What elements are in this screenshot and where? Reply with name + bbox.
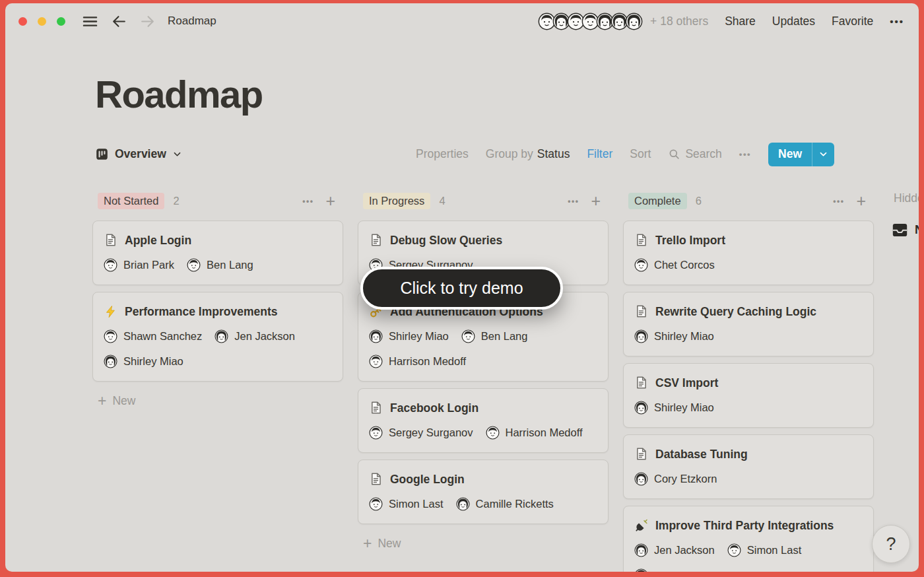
assignee-name: Brian Park [123, 259, 174, 271]
assignee-name: Jen Jackson [234, 330, 295, 343]
assignee-avatar [461, 329, 475, 343]
assignee-name: Camille Ricketts [476, 498, 554, 510]
assignee-name: Harrison Medoff [389, 355, 466, 368]
kanban-card[interactable]: Trello ImportChet Corcos [623, 221, 874, 285]
hamburger-menu-icon[interactable] [81, 13, 99, 30]
column-status-badge[interactable]: In Progress [363, 193, 430, 209]
column-add-icon[interactable]: + [856, 193, 866, 209]
card-assignee: Chet Corcos [634, 258, 715, 272]
column-status-badge[interactable]: Not Started [98, 193, 164, 209]
kanban-card[interactable]: Google LoginSimon LastCamille Ricketts [358, 459, 609, 524]
inbox-icon [891, 221, 909, 239]
bolt-icon [104, 305, 117, 318]
plug-icon [634, 519, 648, 532]
assignee-avatar [486, 426, 500, 440]
back-arrow-icon[interactable] [111, 13, 127, 30]
properties-button[interactable]: Properties [416, 147, 469, 161]
search-button[interactable]: Search [668, 147, 721, 161]
card-title: Trello Import [655, 232, 725, 249]
demo-tooltip[interactable]: Click to try demo [360, 267, 563, 310]
kanban-card[interactable]: Rewrite Query Caching LogicShirley Miao [623, 292, 874, 356]
assignee-avatar [456, 497, 470, 511]
kanban-card[interactable]: Performance ImprovementsShawn SanchezJen… [92, 292, 343, 382]
assignee-avatar [634, 401, 648, 415]
assignee-avatar [634, 568, 648, 572]
assignee-name: Jen Jackson [654, 544, 715, 557]
column-header: Complete6•••+ [623, 191, 874, 211]
column-count: 6 [696, 195, 702, 207]
updates-button[interactable]: Updates [772, 15, 815, 28]
kanban-card[interactable]: Facebook LoginSergey SurganovHarrison Me… [358, 388, 609, 453]
doc-icon [634, 233, 648, 247]
kanban-card[interactable]: Apple LoginBrian ParkBen Lang [92, 221, 343, 285]
board-view-icon [95, 147, 109, 161]
card-assignee: Ben Lang [187, 258, 253, 272]
card-assignee: Jen Jackson [214, 329, 295, 343]
assignee-avatar [187, 258, 201, 272]
assignee-avatar [104, 329, 117, 343]
filter-button[interactable]: Filter [587, 147, 612, 161]
assignee-name: Simon Last [389, 498, 444, 510]
minimize-button[interactable] [38, 17, 46, 26]
board-column-complete: Complete6•••+Trello ImportChet CorcosRew… [623, 191, 874, 572]
column-add-icon[interactable]: + [325, 193, 335, 209]
column-menu-icon[interactable]: ••• [568, 197, 579, 206]
board-column-not-started: Not Started2•••+Apple LoginBrian ParkBen… [92, 191, 343, 414]
plus-icon: + [363, 536, 372, 551]
hidden-columns-label[interactable]: Hidden columns [894, 191, 919, 205]
assignee-avatar [634, 472, 648, 486]
kanban-board: Not Started2•••+Apple LoginBrian ParkBen… [92, 191, 919, 572]
kanban-card[interactable]: CSV ImportShirley Miao [623, 363, 874, 428]
new-button-chevron-icon[interactable] [812, 143, 834, 166]
card-assignee: Ben Lang [461, 329, 528, 343]
card-title: CSV Import [655, 374, 718, 391]
column-menu-icon[interactable]: ••• [302, 197, 314, 206]
collaborator-avatars [538, 13, 643, 30]
board-column-in-progress: In Progress4•••+Debug Slow QueriesSergey… [358, 191, 609, 557]
assignee-avatar [727, 543, 741, 557]
add-card-button[interactable]: +New [358, 531, 609, 557]
assignee-avatar [369, 426, 383, 440]
group-by-button[interactable]: Group byStatus [486, 147, 570, 161]
new-button-main[interactable]: New [768, 143, 812, 166]
column-header: Not Started2•••+ [92, 191, 343, 211]
kanban-card[interactable]: Improve Third Party IntegrationsJen Jack… [623, 506, 874, 572]
doc-icon [634, 376, 648, 390]
close-button[interactable] [18, 17, 27, 26]
column-status-badge[interactable]: Complete [628, 193, 687, 209]
column-header: In Progress4•••+ [358, 191, 609, 211]
card-assignee: Shirley Miao [634, 329, 714, 343]
chevron-down-icon [172, 149, 182, 159]
assignee-name: Harrison Medoff [506, 426, 583, 439]
column-add-icon[interactable]: + [591, 193, 601, 209]
card-assignee [634, 568, 654, 572]
column-menu-icon[interactable]: ••• [833, 197, 844, 206]
forward-arrow-icon [139, 13, 156, 30]
kanban-card[interactable]: Database TuningCory Etzkorn [623, 434, 874, 499]
more-menu-icon[interactable]: ••• [890, 16, 904, 27]
card-title: Rewrite Query Caching Logic [655, 303, 816, 320]
toolbar-more-icon[interactable]: ••• [739, 149, 751, 159]
titlebar: Roadmap + 18 others Share Updates Favori… [5, 3, 919, 39]
assignee-avatar [634, 329, 648, 343]
view-switcher[interactable]: Overview [95, 147, 182, 161]
breadcrumb[interactable]: Roadmap [168, 15, 216, 28]
assignee-name: Chet Corcos [654, 259, 715, 271]
doc-icon [634, 304, 648, 318]
doc-icon [104, 233, 117, 247]
share-button[interactable]: Share [725, 15, 756, 28]
zoom-button[interactable] [57, 17, 65, 26]
favorite-button[interactable]: Favorite [832, 15, 873, 28]
sort-button[interactable]: Sort [630, 147, 651, 161]
card-title: Facebook Login [390, 399, 478, 417]
card-title: Google Login [390, 471, 465, 488]
add-card-button[interactable]: +New [92, 388, 343, 414]
help-button[interactable]: ? [872, 525, 910, 563]
others-count[interactable]: + 18 others [650, 15, 708, 28]
view-name: Overview [115, 147, 166, 161]
assignee-name: Shirley Miao [389, 330, 449, 343]
assignee-name: Ben Lang [481, 330, 528, 343]
assignee-avatar [634, 543, 648, 557]
no-status-column[interactable]: No Status [891, 221, 919, 239]
collaborator-avatar[interactable] [625, 13, 643, 30]
